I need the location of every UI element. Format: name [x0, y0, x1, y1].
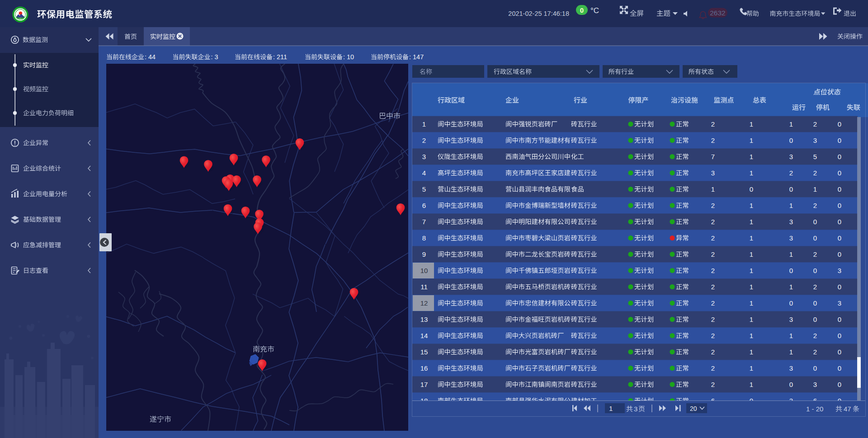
svg-text:0: 0 — [838, 332, 841, 339]
svg-text:2: 2 — [711, 348, 715, 356]
svg-text:0: 0 — [838, 364, 841, 372]
svg-text:3: 3 — [813, 381, 817, 388]
svg-text:9: 9 — [422, 250, 426, 258]
svg-text:8: 8 — [422, 234, 426, 242]
svg-text:0: 0 — [838, 283, 841, 291]
svg-text:1: 1 — [750, 299, 753, 307]
svg-text:0: 0 — [813, 299, 817, 307]
svg-text:1: 1 — [789, 283, 793, 291]
svg-text:3: 3 — [789, 218, 793, 226]
svg-text:2: 2 — [711, 283, 715, 291]
svg-text:2: 2 — [711, 332, 715, 339]
svg-text:2: 2 — [711, 364, 715, 372]
svg-text:1: 1 — [789, 120, 793, 128]
svg-text:2: 2 — [711, 316, 715, 323]
svg-text:1: 1 — [750, 332, 753, 339]
svg-text:0: 0 — [580, 6, 584, 14]
svg-text:1: 1 — [789, 202, 793, 209]
svg-text:0: 0 — [838, 348, 841, 356]
svg-text:0: 0 — [838, 120, 841, 128]
svg-text:3: 3 — [789, 364, 793, 372]
svg-text:1: 1 — [750, 348, 753, 356]
svg-text:0: 0 — [838, 202, 841, 209]
svg-text:: 3: : 3 — [211, 53, 218, 61]
svg-text:2: 2 — [711, 267, 715, 274]
svg-text:0: 0 — [838, 218, 841, 226]
svg-text:0: 0 — [838, 137, 841, 144]
svg-text:1: 1 — [789, 250, 793, 258]
svg-text:1 - 20: 1 - 20 — [806, 405, 823, 413]
svg-text:14: 14 — [420, 332, 428, 339]
svg-text:: 44: : 44 — [145, 53, 156, 61]
svg-text:3: 3 — [422, 153, 426, 160]
svg-text:: 147: : 147 — [409, 53, 424, 61]
svg-text:1: 1 — [750, 316, 753, 323]
svg-text:2: 2 — [711, 250, 715, 258]
svg-text:3: 3 — [838, 267, 841, 274]
svg-text:1: 1 — [609, 405, 613, 412]
svg-text:2: 2 — [711, 299, 715, 307]
svg-text:5: 5 — [813, 153, 817, 160]
svg-text:17: 17 — [420, 381, 428, 388]
svg-text:1: 1 — [813, 185, 817, 193]
svg-text:1: 1 — [750, 250, 753, 258]
svg-text:0: 0 — [789, 137, 793, 144]
svg-text:3: 3 — [634, 405, 637, 413]
svg-text:20: 20 — [690, 405, 697, 412]
svg-text:1: 1 — [789, 348, 793, 356]
svg-text:0: 0 — [789, 299, 793, 307]
svg-text:0: 0 — [789, 185, 793, 193]
svg-text:2: 2 — [711, 202, 715, 209]
svg-text:2: 2 — [422, 137, 426, 144]
svg-text:1: 1 — [711, 185, 715, 193]
svg-text:0: 0 — [789, 267, 793, 274]
svg-text:0: 0 — [838, 234, 841, 242]
svg-text:0: 0 — [838, 250, 841, 258]
svg-text:1: 1 — [750, 381, 753, 388]
svg-text:0: 0 — [838, 185, 841, 193]
svg-text:7: 7 — [711, 153, 715, 160]
svg-text:2: 2 — [813, 250, 817, 258]
svg-text:0: 0 — [813, 267, 817, 274]
svg-text:4: 4 — [422, 169, 426, 177]
svg-text:3: 3 — [789, 234, 793, 242]
svg-text:1: 1 — [750, 153, 753, 160]
svg-text:: 10: : 10 — [343, 53, 354, 61]
svg-text:3: 3 — [789, 153, 793, 160]
svg-text:3: 3 — [711, 169, 715, 177]
svg-text:1: 1 — [789, 332, 793, 339]
svg-text:15: 15 — [420, 348, 428, 356]
svg-text:0: 0 — [750, 185, 753, 193]
svg-text:12: 12 — [420, 299, 428, 307]
svg-text:0: 0 — [838, 381, 841, 388]
svg-text:0: 0 — [838, 153, 841, 160]
svg-text:1: 1 — [750, 267, 753, 274]
svg-text:2: 2 — [711, 234, 715, 242]
svg-text:1: 1 — [750, 234, 753, 242]
svg-text:2: 2 — [711, 137, 715, 144]
svg-text:2: 2 — [813, 283, 817, 291]
svg-text:0: 0 — [789, 381, 793, 388]
svg-text:0: 0 — [838, 169, 841, 177]
svg-text:5: 5 — [422, 185, 426, 193]
svg-text:3: 3 — [813, 137, 817, 144]
svg-text:0: 0 — [813, 234, 817, 242]
svg-text:1: 1 — [750, 202, 753, 209]
svg-text:7: 7 — [422, 218, 426, 226]
svg-text:0: 0 — [813, 218, 817, 226]
svg-text:2: 2 — [711, 381, 715, 388]
svg-text:3: 3 — [789, 316, 793, 323]
svg-text:1: 1 — [750, 169, 753, 177]
svg-text:2: 2 — [813, 202, 817, 209]
svg-text:1: 1 — [750, 364, 753, 372]
svg-text:16: 16 — [420, 364, 428, 372]
svg-text:2: 2 — [789, 169, 793, 177]
svg-text:: 211: : 211 — [273, 53, 287, 61]
svg-text:11: 11 — [420, 283, 428, 291]
svg-text:0: 0 — [813, 316, 817, 323]
svg-text:2632: 2632 — [710, 9, 725, 17]
svg-text:6: 6 — [422, 202, 426, 209]
svg-text:47: 47 — [844, 405, 851, 413]
svg-text:2: 2 — [813, 169, 817, 177]
svg-text:13: 13 — [420, 316, 428, 323]
